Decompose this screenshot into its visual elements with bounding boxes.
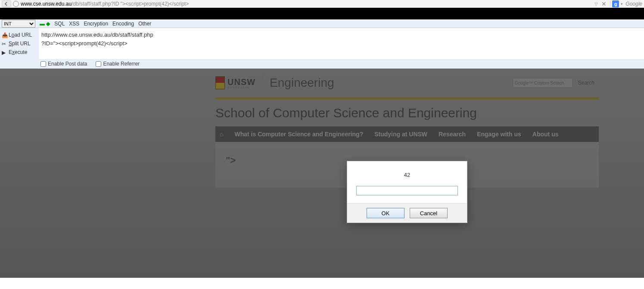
hackbar-toolbar: INT ▬ ◆ SQL XSS Encryption Encoding Othe…: [0, 19, 644, 28]
google-search-icon[interactable]: g: [612, 0, 619, 7]
referrer-checkbox-input[interactable]: [96, 61, 101, 67]
menu-encryption[interactable]: Encryption: [84, 21, 108, 27]
url-domain: www.cse.unsw.edu.au: [21, 1, 72, 7]
hackbar-actions: 📥 Load URL ✂ Split URL ▶ Execute: [0, 28, 39, 59]
search-dropdown-icon[interactable]: ▾: [621, 2, 623, 6]
cancel-button[interactable]: Cancel: [410, 208, 448, 218]
url-dropdown-icon[interactable]: ▽: [594, 2, 598, 6]
prompt-input[interactable]: [356, 186, 458, 195]
hackbar-panel: 📥 Load URL ✂ Split URL ▶ Execute http://…: [0, 28, 644, 59]
load-icon: 📥: [2, 32, 7, 38]
ok-button[interactable]: OK: [367, 208, 404, 218]
back-arrow-icon: [4, 2, 9, 6]
modal-overlay: [0, 69, 644, 278]
url-path: /db/staff/staff.php?ID "><script>prompt(…: [72, 1, 189, 7]
hackbar-options: Enable Post data Enable Referrer: [0, 59, 644, 69]
menu-encoding[interactable]: Encoding: [112, 21, 134, 27]
page-viewport: UNSW AUSTRALIA Engineering Search School…: [0, 69, 644, 278]
menu-sql[interactable]: SQL: [54, 21, 65, 27]
url-display[interactable]: www.cse.unsw.edu.au/db/staff/staff.php?I…: [21, 1, 594, 7]
execute-button[interactable]: ▶ Execute: [2, 48, 37, 57]
globe-icon: [13, 1, 19, 7]
stop-icon[interactable]: ✕: [600, 0, 608, 7]
url-line-1: http://www.cse.unsw.edu.au/db/staff/staf…: [41, 31, 641, 39]
toolbar-separator-icon: ▬ ◆: [40, 21, 50, 27]
post-checkbox-input[interactable]: [40, 61, 46, 67]
back-button[interactable]: [2, 0, 11, 7]
enable-referrer-checkbox[interactable]: Enable Referrer: [96, 61, 140, 67]
js-prompt-dialog: 42 OK Cancel: [347, 161, 467, 223]
menu-other[interactable]: Other: [138, 21, 151, 27]
split-icon: ✂: [2, 41, 7, 46]
datatype-select[interactable]: INT: [2, 20, 35, 28]
enable-post-checkbox[interactable]: Enable Post data: [40, 61, 87, 67]
prompt-message: 42: [356, 172, 458, 178]
google-search-label: Google: [625, 1, 642, 7]
execute-icon: ▶: [2, 50, 7, 55]
tab-bar: [0, 8, 644, 19]
split-url-button[interactable]: ✂ Split URL: [2, 39, 37, 48]
hackbar-url-area[interactable]: http://www.cse.unsw.edu.au/db/staff/staf…: [39, 28, 644, 59]
browser-url-bar: www.cse.unsw.edu.au/db/staff/staff.php?I…: [0, 0, 644, 8]
load-url-button[interactable]: 📥 Load URL: [2, 31, 37, 39]
menu-xss[interactable]: XSS: [69, 21, 79, 27]
url-line-2: ?ID="><script>prompt(42)</script>: [41, 39, 641, 48]
